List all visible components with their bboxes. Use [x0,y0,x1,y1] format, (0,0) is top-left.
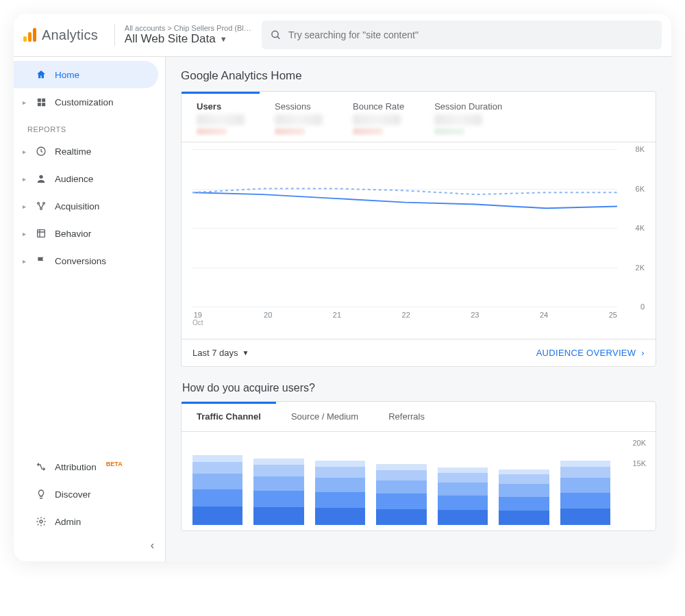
header: Analytics All accounts > Chip Sellers Pr… [14,14,671,57]
home-icon [34,69,48,80]
sidebar-item-realtime[interactable]: ▸ Realtime [14,138,165,165]
metric-value-blurred [434,114,482,125]
svg-point-10 [40,208,42,210]
section-title-acquire: How do you acquire users? [182,382,656,394]
svg-line-1 [277,36,279,38]
metric-delta-blurred [197,128,227,135]
sidebar-item-admin[interactable]: Admin [14,508,165,535]
bar-column [315,461,365,525]
sidebar-item-conversions[interactable]: ▸ Conversions [14,247,165,274]
page-title: Google Analytics Home [181,69,656,83]
sidebar-item-label: Behavior [55,229,91,239]
audience-overview-link[interactable]: AUDIENCE OVERVIEW › [536,348,645,358]
metric-tabs: Users Sessions Bounce Rate [182,92,656,142]
sidebar-item-label: Discover [55,489,91,500]
clock-icon [34,146,48,157]
svg-point-8 [38,203,40,205]
x-axis-label: 19Oct [192,311,203,326]
attribution-icon [34,461,48,472]
tab-traffic-channel[interactable]: Traffic Channel [182,402,276,431]
users-chart: 02K4K6K8K 19Oct202122232425 [182,142,656,339]
expand-caret-icon: ▸ [21,230,27,238]
svg-point-0 [272,31,278,37]
sidebar-item-label: Home [55,70,79,80]
sidebar-item-home[interactable]: Home [14,61,158,88]
x-axis-label: 22 [402,311,410,326]
app-window: Analytics All accounts > Chip Sellers Pr… [14,14,671,561]
gear-icon [34,516,48,527]
tab-label: Sessions [275,101,323,112]
analytics-logo-icon [23,28,36,42]
tab-referrals[interactable]: Referrals [373,402,440,431]
breadcrumb: All accounts > Chip Sellers Prod (Blog/.… [125,24,255,32]
tab-label: Bounce Rate [353,101,404,112]
search-icon [270,29,282,41]
sidebar-item-label: Audience [55,174,93,184]
sidebar-item-label: Customization [55,97,114,107]
svg-rect-4 [37,103,40,106]
metric-value-blurred [197,114,245,125]
acquire-card: Traffic Channel Source / Medium Referral… [181,401,656,531]
expand-caret-icon: ▸ [21,99,27,106]
y-axis-label: 20K [632,439,646,447]
chevron-left-icon: ‹ [151,539,154,551]
x-axis-label: 23 [471,311,479,326]
expand-caret-icon: ▸ [21,175,27,183]
sidebar: Home ▸ Customization REPORTS ▸ [14,57,166,561]
bulb-icon [34,489,48,500]
range-label: Last 7 days [192,348,238,358]
tab-label: Users [197,101,245,112]
svg-rect-11 [38,230,45,238]
dropdown-caret-icon: ▼ [242,349,249,357]
collapse-sidebar-button[interactable]: ‹ [14,535,165,556]
flag-icon [34,255,48,266]
y-axis-label: 4K [636,224,645,232]
date-range-selector[interactable]: Last 7 days ▼ [192,348,249,358]
brand-name: Analytics [42,27,98,43]
sidebar-item-label: Conversions [55,256,106,266]
tab-sessions[interactable]: Sessions [260,92,338,142]
property-selector[interactable]: All accounts > Chip Sellers Prod (Blog/.… [114,24,255,46]
sidebar-section-reports: REPORTS [14,116,165,138]
tab-users[interactable]: Users [182,92,260,142]
chevron-right-icon: › [641,348,645,358]
metric-delta-blurred [353,128,383,135]
svg-point-9 [43,203,45,205]
sidebar-item-discover[interactable]: Discover [14,480,165,508]
svg-rect-5 [42,103,45,106]
sidebar-item-customization[interactable]: ▸ Customization [14,88,165,116]
metric-value-blurred [275,114,323,125]
y-axis-label: 8K [636,145,645,153]
dashboard-icon [34,97,48,107]
metric-delta-blurred [275,128,305,135]
expand-caret-icon: ▸ [21,148,27,155]
tab-bounce-rate[interactable]: Bounce Rate [338,92,419,142]
bar-column [438,467,488,525]
sidebar-item-label: Admin [55,517,81,527]
sidebar-item-audience[interactable]: ▸ Audience [14,165,165,192]
x-axis-label: 21 [333,311,341,326]
bar-column [560,461,610,525]
bar-column [376,464,426,525]
sidebar-item-acquisition[interactable]: ▸ Acquisition [14,192,165,220]
acquire-tabs: Traffic Channel Source / Medium Referral… [182,402,656,432]
tab-source-medium[interactable]: Source / Medium [276,402,373,431]
metric-delta-blurred [434,128,464,135]
traffic-channel-chart: 15K20K [182,432,656,530]
sidebar-item-label: Attribution [55,462,97,472]
y-axis-label: 6K [636,185,645,193]
overview-card: Users Sessions Bounce Rate [181,91,656,367]
svg-point-12 [40,520,42,523]
search-input[interactable] [288,29,653,40]
sidebar-item-attribution[interactable]: Attribution BETA [14,453,165,480]
expand-caret-icon: ▸ [21,257,27,265]
y-axis-label: 15K [632,459,646,467]
sidebar-item-behavior[interactable]: ▸ Behavior [14,220,165,247]
search-bar[interactable] [262,21,662,49]
svg-point-7 [39,175,42,179]
y-axis-label: 0 [640,303,645,311]
svg-rect-2 [37,98,40,101]
x-axis-label: 20 [264,311,272,326]
tab-session-duration[interactable]: Session Duration [419,92,517,142]
sidebar-item-label: Acquisition [55,201,99,211]
